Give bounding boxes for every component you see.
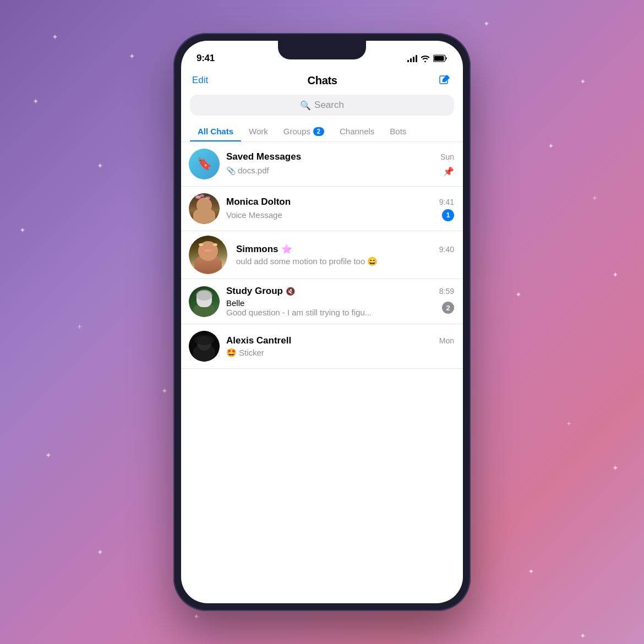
status-icons <box>407 54 447 62</box>
svg-rect-1 <box>434 56 444 61</box>
chat-preview-saved: 📎 docs.pdf <box>226 166 269 175</box>
groups-badge: 2 <box>313 127 324 136</box>
avatar-alexis <box>189 331 220 362</box>
search-bar[interactable]: 🔍 Search <box>190 95 454 116</box>
mute-icon-study: 🔇 <box>286 287 295 296</box>
page-title: Chats <box>308 74 337 87</box>
compose-button[interactable] <box>436 73 452 88</box>
chat-time-saved: Sun <box>440 152 454 161</box>
unread-badge-monica: 1 <box>442 209 454 221</box>
unread-badge-study: 2 <box>442 302 454 314</box>
notch <box>278 41 366 59</box>
chat-preview-study: Good question - I am still trying to fig… <box>226 308 442 317</box>
chat-item-monica-dolton[interactable]: Monica Dolton 9:41 Voice Message 1 <box>181 187 463 231</box>
chat-item-simmons[interactable]: Simmons ⭐ 9:40 ould add some motion to p… <box>181 231 463 279</box>
bookmark-icon: 🔖 <box>197 157 212 171</box>
phone-frame: 9:41 <box>173 33 471 611</box>
chat-item-alexis-cantrell[interactable]: Alexis Cantrell Mon 🤩 Sticker <box>181 324 463 369</box>
tab-channels[interactable]: Channels <box>332 122 382 141</box>
chat-content-monica: Monica Dolton 9:41 Voice Message 1 <box>226 197 454 221</box>
chat-name-saved: Saved Messages <box>226 151 301 162</box>
pin-icon-saved: 📌 <box>443 166 454 177</box>
chat-time-alexis: Mon <box>439 336 454 345</box>
chat-list: 🔖 Saved Messages Sun 📎 docs.pdf 📌 <box>181 142 463 369</box>
chat-content-saved: Saved Messages Sun 📎 docs.pdf 📌 <box>226 151 454 177</box>
battery-icon <box>433 54 447 62</box>
chat-time-simmons: 9:40 <box>439 245 454 254</box>
app-header: Edit Chats <box>181 68 463 95</box>
signal-icon <box>407 54 417 62</box>
chat-preview-alexis: 🤩 Sticker <box>226 348 264 358</box>
avatar-monica <box>189 193 220 224</box>
avatar-study-group <box>189 286 220 317</box>
chat-content-simmons: Simmons ⭐ 9:40 ould add some motion to p… <box>234 244 454 266</box>
chat-time-study: 8:59 <box>439 287 454 296</box>
chat-name-simmons: Simmons ⭐ <box>236 244 292 255</box>
chat-preview-simmons: ould add some motion to profile too 😄 <box>236 256 378 266</box>
phone-screen: 9:41 <box>181 41 463 603</box>
chat-content-alexis: Alexis Cantrell Mon 🤩 Sticker <box>226 335 454 358</box>
paperclip-icon: 📎 <box>226 166 236 175</box>
edit-button[interactable]: Edit <box>192 75 208 86</box>
tab-bots[interactable]: Bots <box>382 122 414 141</box>
filter-tabs: All Chats Work Groups 2 Channels Bots <box>181 122 463 142</box>
status-time: 9:41 <box>197 53 215 64</box>
tab-all-chats[interactable]: All Chats <box>190 122 241 141</box>
tab-work[interactable]: Work <box>241 122 276 141</box>
wifi-icon <box>421 54 430 62</box>
chat-preview-monica: Voice Message <box>226 210 282 220</box>
chat-content-study: Study Group 🔇 8:59 Belle Good question -… <box>226 286 454 317</box>
search-icon: 🔍 <box>300 100 311 111</box>
chat-name-study: Study Group 🔇 <box>226 286 295 297</box>
avatar-saved-messages: 🔖 <box>189 149 220 179</box>
search-placeholder: Search <box>314 100 344 111</box>
avatar-simmons <box>189 236 227 274</box>
chat-name-monica: Monica Dolton <box>226 197 291 208</box>
chat-item-study-group[interactable]: Study Group 🔇 8:59 Belle Good question -… <box>181 279 463 324</box>
tab-groups[interactable]: Groups 2 <box>276 122 332 141</box>
chat-time-monica: 9:41 <box>439 198 454 206</box>
chat-name-alexis: Alexis Cantrell <box>226 335 291 346</box>
chat-sender-study: Belle <box>226 298 442 308</box>
chat-item-saved-messages[interactable]: 🔖 Saved Messages Sun 📎 docs.pdf 📌 <box>181 142 463 187</box>
star-icon-simmons: ⭐ <box>281 244 292 254</box>
